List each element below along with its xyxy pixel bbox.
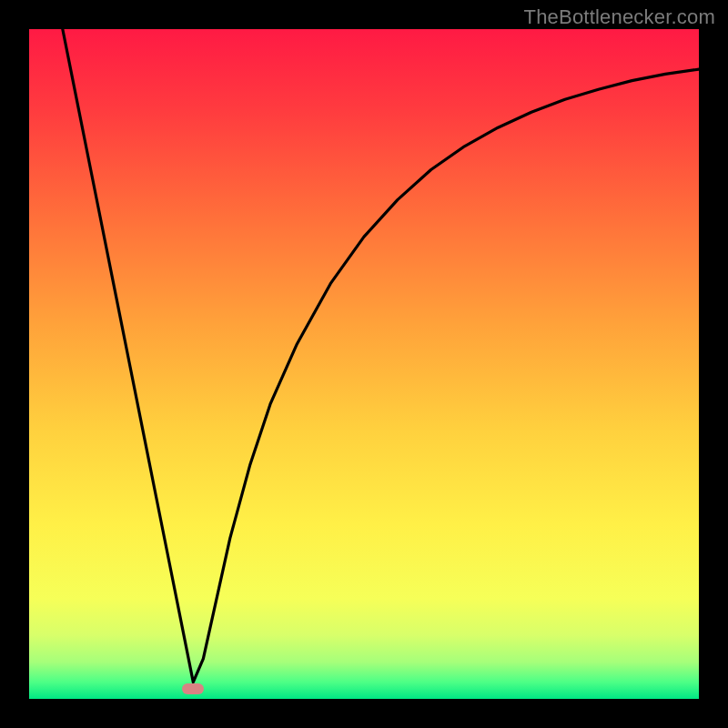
plot-area <box>29 29 699 699</box>
watermark: TheBottlenecker.com <box>524 5 715 29</box>
optimal-marker <box>182 683 204 694</box>
chart-frame: TheBottlenecker.com <box>0 0 728 728</box>
bottleneck-curve <box>63 29 699 682</box>
curve-layer <box>29 29 699 699</box>
